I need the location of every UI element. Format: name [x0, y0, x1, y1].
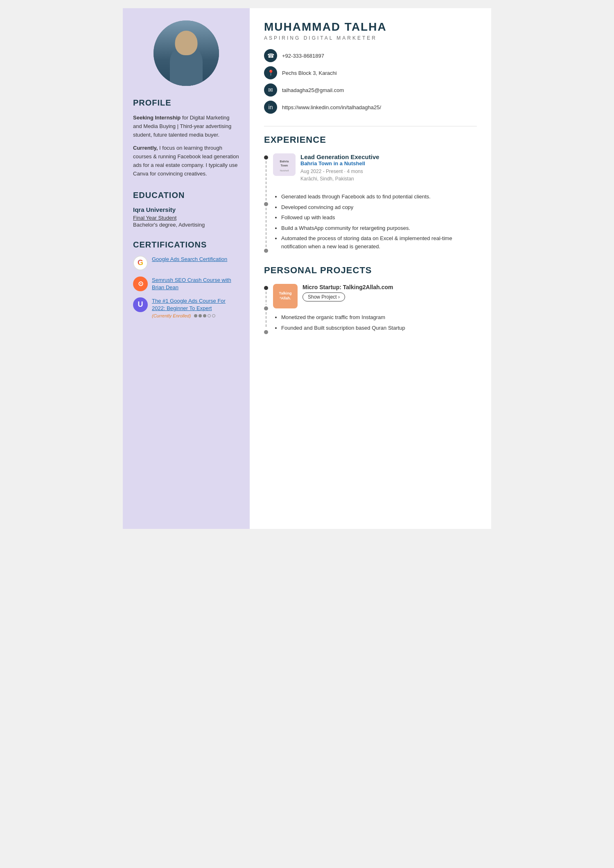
location-text: Pechs Block 3, Karachi	[282, 70, 337, 76]
project-bullets-list: Monetized the organic traffic from Insta…	[281, 313, 477, 332]
project-bullet-1: Monetized the organic traffic from Insta…	[281, 313, 477, 322]
job-bullet-4: Build a WhatsApp community for retargeti…	[281, 224, 477, 232]
location-icon: 📍	[264, 66, 277, 79]
google-g-letter: G	[138, 259, 143, 267]
job-subtitle: ASPIRING DIGITAL MARKETER	[264, 35, 477, 41]
project-timeline-dot-mid	[264, 306, 268, 310]
timeline-dot-top	[264, 155, 268, 160]
phone-icon: ☎	[264, 49, 277, 62]
job-bullets-list: Generated leads through Facebook ads to …	[281, 193, 477, 250]
job-meta-block: Lead Generation Executive Bahria Town in…	[300, 153, 379, 187]
dot-5	[212, 314, 215, 317]
linkedin-icon: in	[264, 101, 277, 114]
project-timeline-dot-top	[264, 286, 268, 290]
job-duration: Aug 2022 - Present · 4 mons Karāchi, Sin…	[300, 168, 379, 182]
profile-photo	[154, 20, 219, 86]
dot-4	[208, 314, 211, 317]
education-section-title: EDUCATION	[133, 191, 239, 200]
project-header: Talking²Allah. Micro Startup: Talking2Al…	[273, 284, 477, 308]
contact-location: 📍 Pechs Block 3, Karachi	[264, 66, 477, 79]
cert-item-udemy: U The #1 Google Ads Course For 2022: Beg…	[133, 297, 239, 318]
photo-container	[133, 20, 239, 86]
udemy-cert-icon: U	[133, 297, 148, 312]
semrush-icon-letter: ⊙	[138, 280, 143, 288]
job-title: Lead Generation Executive	[300, 153, 379, 160]
job-bullet-1: Generated leads through Facebook ads to …	[281, 193, 477, 201]
project-bullet-2: Founded and Built subscription based Qur…	[281, 324, 477, 332]
job-timeline	[264, 153, 268, 253]
show-project-button[interactable]: Show Project ›	[302, 292, 345, 301]
photo-silhouette	[154, 20, 219, 86]
project-logo: Talking²Allah.	[273, 284, 298, 308]
dot-2	[199, 314, 202, 317]
education-section: EDUCATION Iqra University Final Year Stu…	[133, 191, 239, 228]
projects-section: PERSONAL PROJECTS Talking²Allah.	[264, 265, 477, 334]
project-logo-text: Talking²Allah.	[279, 291, 292, 301]
profile-strong-1: Seeking Internship	[133, 115, 181, 121]
project-name: Micro Startup: Talking2Allah.com	[302, 284, 477, 290]
timeline-dot-bottom	[264, 249, 268, 253]
company-logo: Bahria Town Nutshell	[273, 153, 296, 176]
currently-enrolled-label: (Currently Enrolled)	[152, 313, 239, 318]
timeline-line-top	[266, 161, 266, 200]
project-timeline	[264, 284, 268, 334]
project-content: Talking²Allah. Micro Startup: Talking2Al…	[273, 284, 477, 334]
cert-item-google: G Google Ads Search Certification	[133, 256, 239, 270]
contact-info: ☎ +92-333-8681897 📍 Pechs Block 3, Karac…	[264, 49, 477, 114]
profile-para-2: Currently, I focus on learning through c…	[133, 144, 239, 178]
google-cert-icon: G	[133, 256, 148, 270]
semrush-cert-icon: ⊙	[133, 277, 148, 291]
university-name: Iqra University	[133, 206, 239, 213]
timeline-dot-mid	[264, 202, 268, 206]
projects-title: PERSONAL PROJECTS	[264, 265, 477, 276]
svg-text:Nutshell: Nutshell	[280, 169, 289, 172]
contact-phone: ☎ +92-333-8681897	[264, 49, 477, 62]
project-entry-wrap: Talking²Allah. Micro Startup: Talking2Al…	[264, 284, 477, 334]
project-type: Micro Startup:	[302, 284, 341, 290]
project-timeline-line-top	[266, 292, 266, 305]
udemy-u-letter: U	[138, 300, 143, 309]
dot-3	[203, 314, 206, 317]
progress-dots	[194, 314, 215, 317]
google-cert-link[interactable]: Google Ads Search Certification	[152, 256, 227, 263]
email-icon: ✉	[264, 83, 277, 97]
project-timeline-dot-bottom	[264, 330, 268, 334]
right-column: MUHAMMAD TALHA ASPIRING DIGITAL MARKETER…	[250, 8, 491, 529]
job-bullet-5: Automated the process of storing data on…	[281, 234, 477, 250]
udemy-cert-info: The #1 Google Ads Course For 2022: Begin…	[152, 297, 239, 318]
job-header: Bahria Town Nutshell Lead Generation Exe…	[273, 153, 477, 187]
certifications-section: CERTIFICATIONS G Google Ads Search Certi…	[133, 240, 239, 319]
job-bullet-2: Developed convincing ad copy	[281, 203, 477, 211]
job-bullet-3: Followed up with leads	[281, 214, 477, 222]
cert-item-semrush: ⊙ Semrush SEO Crash Course with Brian De…	[133, 277, 239, 291]
contact-linkedin[interactable]: in https://www.linkedin.com/in/talhadagh…	[264, 101, 477, 114]
education-degree: Bachelor's degree, Advertising	[133, 222, 239, 228]
linkedin-text: https://www.linkedin.com/in/talhadagha25…	[282, 104, 381, 110]
udemy-cert-link[interactable]: The #1 Google Ads Course For 2022: Begin…	[152, 297, 239, 312]
project-timeline-line-bottom	[266, 312, 266, 328]
project-info: Micro Startup: Talking2Allah.com Show Pr…	[302, 284, 477, 308]
job-content: Bahria Town Nutshell Lead Generation Exe…	[273, 153, 477, 253]
phone-text: +92-333-8681897	[282, 53, 324, 59]
profile-section-title: PROFILE	[133, 98, 239, 108]
header-section: MUHAMMAD TALHA ASPIRING DIGITAL MARKETER…	[264, 20, 477, 126]
job-location-text: Karāchi, Sindh, Pakistan	[300, 176, 354, 182]
contact-email: ✉ talhadagha25@gmail.com	[264, 83, 477, 97]
experience-section: EXPERIENCE	[264, 135, 477, 253]
education-level: Final Year Student	[133, 215, 239, 221]
company-name: Bahria Town in a Nutshell	[300, 160, 379, 166]
experience-title: EXPERIENCE	[264, 135, 477, 145]
left-column: PROFILE Seeking Internship for Digital M…	[123, 8, 250, 529]
job-duration-text: Aug 2022 - Present · 4 mons	[300, 169, 363, 174]
timeline-line-bottom	[266, 208, 266, 247]
full-name: MUHAMMAD TALHA	[264, 20, 477, 34]
enrolled-text: (Currently Enrolled)	[152, 313, 191, 318]
profile-section: PROFILE Seeking Internship for Digital M…	[133, 98, 239, 178]
svg-text:Town: Town	[281, 164, 288, 167]
svg-text:Bahria: Bahria	[280, 160, 289, 163]
profile-para-1: Seeking Internship for Digital Marketing…	[133, 114, 239, 139]
certifications-title: CERTIFICATIONS	[133, 240, 239, 250]
company-logo-svg: Bahria Town Nutshell	[273, 153, 296, 176]
semrush-cert-link[interactable]: Semrush SEO Crash Course with Brian Dean	[152, 277, 239, 291]
project-url: Talking2Allah.com	[343, 284, 393, 290]
